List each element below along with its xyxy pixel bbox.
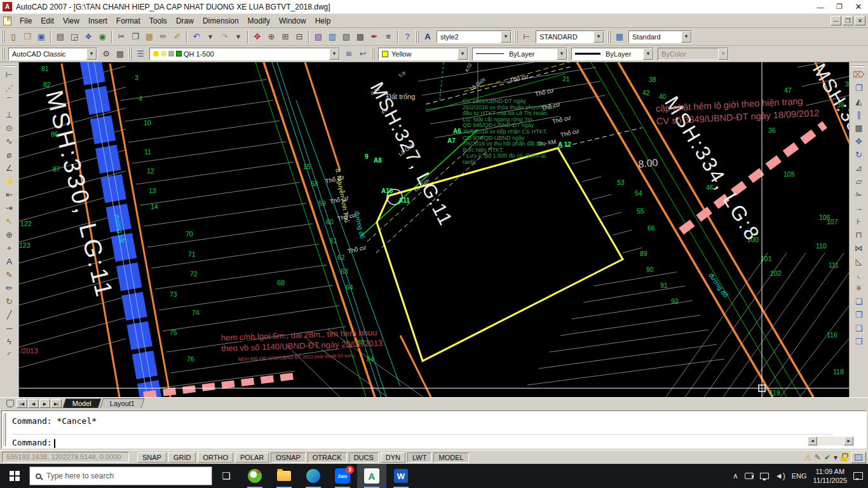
workspace-settings-icon[interactable]: ⚙ (100, 48, 112, 60)
dim-text-edit-icon[interactable]: A (3, 255, 17, 268)
polyline-icon[interactable]: ϟ (3, 336, 17, 348)
paste-icon[interactable]: ▦ (143, 30, 156, 43)
tab-first-button[interactable]: |◀ (17, 399, 27, 408)
dim-oblique-icon[interactable]: ✎ (3, 269, 17, 281)
chevron-down-icon[interactable]: ▼ (501, 31, 511, 43)
fillet-icon[interactable]: ◟ (852, 269, 866, 281)
arc-icon[interactable]: ◜ (3, 349, 17, 362)
task-view-button[interactable]: ❏ (212, 464, 240, 488)
status-toggle-snap[interactable]: SNAP (137, 452, 166, 463)
network-icon[interactable] (760, 473, 769, 479)
taskbar-app-file-explorer[interactable] (269, 464, 299, 488)
minimize-button-icon[interactable]: — (811, 0, 830, 13)
dim-baseline-icon[interactable]: ⇤ (3, 189, 17, 201)
dim-diameter-icon[interactable]: ⌀ (3, 149, 17, 161)
layer-freeze-icon[interactable] (161, 51, 166, 57)
toolbar-grip[interactable] (371, 48, 374, 60)
child-minimize-icon[interactable]: — (831, 16, 841, 25)
meet-now-icon[interactable] (745, 473, 754, 479)
coordinate-readout[interactable]: 595193.1638, 1202278.5148, 0.0000 (2, 452, 129, 463)
draworder-back-icon[interactable]: ❐ (852, 309, 866, 322)
offset-icon[interactable]: ∥ (852, 109, 866, 121)
tab-model[interactable]: Model (63, 398, 102, 408)
zoom-realtime-icon[interactable]: ⊕ (265, 30, 278, 43)
menu-draw[interactable]: Draw (172, 15, 198, 27)
tool-palettes-icon[interactable]: ▨ (340, 30, 353, 43)
tolerance-icon[interactable]: ⊕ (3, 229, 17, 241)
chevron-down-icon[interactable]: ▼ (329, 48, 339, 60)
markup-set-manager-icon[interactable]: ✒ (368, 30, 381, 43)
scroll-right-icon[interactable]: ▶ (844, 437, 853, 445)
array-icon[interactable]: ▦ (852, 122, 866, 135)
chevron-down-icon[interactable]: ▼ (557, 48, 567, 60)
draworder-front-icon[interactable]: ❏ (852, 295, 866, 308)
plot-preview-icon[interactable]: ◲ (68, 30, 81, 43)
mirror-icon[interactable]: ◭ (852, 95, 866, 108)
cut-icon[interactable]: ✂ (115, 30, 128, 43)
linetype-combo[interactable]: ByLayer ▼ (472, 48, 567, 60)
drawing-canvas[interactable]: MSH:330, LG:11 MSH:327, LG:11 MSH:334, L… (19, 62, 850, 397)
taskbar-search[interactable]: Type here to search (29, 466, 212, 485)
start-button[interactable] (0, 464, 29, 488)
quickcalc-icon[interactable]: ≡ (382, 30, 395, 43)
language-indicator[interactable]: ENG (792, 472, 807, 480)
text-style-combo[interactable]: style2 ▼ (437, 30, 512, 43)
properties-icon[interactable]: ▧ (312, 30, 325, 43)
dim-ordinate-icon[interactable]: ⊥ (3, 109, 17, 121)
chevron-down-icon[interactable]: ▼ (681, 31, 691, 43)
status-toggle-osnap[interactable]: OSNAP (271, 452, 306, 463)
chevron-down-icon[interactable]: ▼ (643, 48, 653, 60)
block-editor-icon[interactable]: ✐ (171, 30, 184, 43)
table-style-icon[interactable]: ▦ (613, 30, 626, 43)
toolbar-lock-icon[interactable] (841, 453, 848, 461)
dim-continue-icon[interactable]: ⇥ (3, 202, 17, 215)
standards-check-icon[interactable]: ✔ (824, 453, 831, 462)
dim-style-combo[interactable]: STANDARD ▼ (536, 30, 604, 43)
menu-file[interactable]: File (15, 15, 36, 27)
menu-edit[interactable]: Edit (36, 15, 58, 27)
child-close-icon[interactable]: ✕ (855, 16, 865, 25)
explode-icon[interactable]: ✳ (852, 282, 866, 295)
draworder-under-icon[interactable]: ❒ (852, 336, 866, 348)
taskbar-app-word[interactable]: W (386, 464, 416, 488)
close-button-icon[interactable]: ✕ (849, 0, 868, 13)
menu-tools[interactable]: Tools (145, 15, 172, 27)
taskbar-app-coccoc[interactable] (240, 464, 269, 488)
menu-dimension[interactable]: Dimension (198, 15, 243, 27)
tab-previous-button[interactable]: ◀ (28, 399, 39, 408)
workspace-save-icon[interactable]: ▩ (114, 48, 126, 60)
status-toggle-grid[interactable]: GRID (168, 452, 196, 463)
status-toggle-model[interactable]: MODEL (433, 452, 468, 463)
zoom-previous-icon[interactable]: ⊟ (293, 30, 306, 43)
menu-window[interactable]: Window (275, 15, 311, 27)
pan-icon[interactable]: ✥ (251, 30, 264, 43)
command-text-area[interactable]: Command: *Cancel* Command: ◀ ▶ (1, 410, 867, 449)
redo-icon[interactable]: ↷ (218, 30, 231, 43)
command-input-line[interactable]: Command: (12, 434, 833, 448)
redo-dropdown-icon[interactable]: ▾ (232, 30, 245, 43)
toolbar-grip[interactable] (853, 64, 865, 67)
toolbar-grip[interactable] (607, 30, 611, 43)
command-window-grip[interactable] (3, 413, 7, 446)
hidden-icons-chevron[interactable]: ∧ (733, 471, 738, 480)
dim-update-icon[interactable]: ↻ (3, 295, 17, 308)
clean-screen-button[interactable] (851, 452, 866, 463)
status-toggle-polar[interactable]: POLAR (235, 452, 269, 463)
sheetset-manager-icon[interactable]: ▩ (354, 30, 367, 43)
tab-next-button[interactable]: ▶ (39, 399, 50, 408)
layer-combo[interactable]: QH 1-500 ▼ (149, 48, 340, 60)
center-mark-icon[interactable]: + (3, 242, 17, 255)
undo-dropdown-icon[interactable]: ▾ (204, 30, 217, 43)
menu-view[interactable]: View (58, 15, 84, 27)
break-icon[interactable]: ⊓ (852, 229, 866, 241)
dim-edit-icon[interactable]: ✏ (3, 282, 17, 295)
color-combo[interactable]: Yellow ▼ (378, 48, 468, 60)
dim-jogged-icon[interactable]: ∿ (3, 135, 17, 148)
open-icon[interactable]: ❒ (21, 30, 34, 43)
child-restore-icon[interactable]: ❐ (843, 16, 853, 25)
toolbar-grip[interactable] (1, 48, 4, 60)
menu-modify[interactable]: Modify (243, 15, 275, 27)
clock[interactable]: 11:09 AM 11/11/2025 (813, 467, 847, 485)
layer-properties-icon[interactable]: ☰ (134, 48, 147, 60)
quick-dimension-icon[interactable]: ⚡ (3, 175, 17, 188)
